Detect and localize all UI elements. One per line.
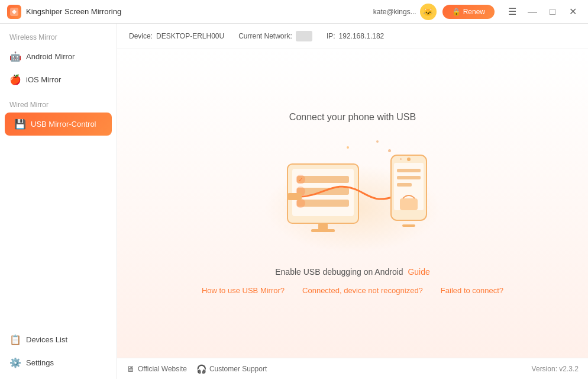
svg-rect-2 [311, 229, 335, 232]
maximize-button[interactable]: □ [544, 4, 561, 20]
dot-3 [400, 158, 402, 160]
content-area: Device: DESKTOP-ERLH00U Current Network:… [117, 24, 588, 379]
renew-button[interactable]: 🔒 Renew [442, 5, 495, 19]
customer-support-link[interactable]: 🎧 Customer Support [196, 364, 267, 374]
device-label: Device: [129, 32, 153, 40]
sidebar-item-devices-list[interactable]: 📋 Devices List [0, 328, 117, 351]
svg-rect-12 [287, 193, 302, 200]
settings-icon: ⚙️ [9, 357, 20, 368]
network-label: Current Network: [238, 32, 292, 40]
info-bar: Device: DESKTOP-ERLH00U Current Network:… [117, 24, 588, 49]
user-email: kate@kings... [373, 8, 416, 16]
svg-rect-17 [397, 169, 421, 172]
user-info: kate@kings... 🐱 [373, 4, 437, 20]
footer: 🖥 Official Website 🎧 Customer Support Ve… [117, 358, 588, 379]
avatar: 🐱 [420, 4, 437, 20]
network-icon-img [296, 31, 312, 41]
device-info: Device: DESKTOP-ERLH00U [129, 32, 224, 40]
svg-rect-18 [397, 176, 421, 179]
devices-list-label: Devices List [26, 335, 67, 344]
ip-info: IP: 192.168.1.182 [327, 32, 384, 40]
sidebar-item-ios-mirror[interactable]: 🍎 iOS Mirror [0, 68, 117, 91]
app-icon [7, 5, 21, 19]
svg-rect-16 [402, 224, 415, 227]
menu-button[interactable]: ☰ [504, 4, 521, 20]
settings-label: Settings [26, 358, 54, 367]
device-name: DESKTOP-ERLH00U [156, 32, 224, 40]
network-info: Current Network: [238, 31, 312, 41]
window-controls: ☰ — □ ✕ [504, 4, 581, 20]
android-icon: 🤖 [9, 51, 20, 62]
android-mirror-label: Android Mirror [26, 52, 75, 61]
ip-address: 192.168.1.182 [339, 32, 385, 40]
main-layout: Wireless Mirror 🤖 Android Mirror 🍎 iOS M… [0, 24, 588, 379]
footer-left: 🖥 Official Website 🎧 Customer Support [127, 364, 267, 374]
help-links: How to use USB Mirror? Connected, device… [202, 286, 503, 295]
ios-mirror-label: iOS Mirror [26, 75, 61, 84]
dot-2 [376, 140, 379, 143]
phone-svg [388, 152, 429, 229]
minimize-button[interactable]: — [524, 4, 541, 20]
website-icon: 🖥 [127, 364, 135, 374]
official-website-link[interactable]: 🖥 Official Website [127, 364, 187, 374]
sidebar: Wireless Mirror 🤖 Android Mirror 🍎 iOS M… [0, 24, 117, 379]
version-label: Version: v2.3.2 [532, 365, 579, 373]
app-title: Kingshiper Screen Mirroring [26, 7, 373, 16]
sidebar-item-settings[interactable]: ⚙️ Settings [0, 351, 117, 374]
usb-mirror-label: USB Mirror-Control [31, 120, 96, 129]
titlebar-right: kate@kings... 🐱 🔒 Renew ☰ — □ ✕ [373, 4, 581, 20]
renew-icon: 🔒 [452, 8, 461, 16]
usb-illustration: ✓ [240, 134, 465, 253]
usb-icon: 💾 [14, 118, 25, 130]
sidebar-bottom: 📋 Devices List ⚙️ Settings [0, 328, 117, 379]
svg-rect-19 [397, 183, 412, 187]
apple-icon: 🍎 [9, 74, 20, 85]
dot-1 [388, 149, 391, 152]
support-icon: 🎧 [196, 364, 206, 374]
svg-point-15 [407, 158, 411, 161]
guide-link[interactable]: Guide [408, 267, 429, 277]
device-not-recognized-link[interactable]: Connected, device not recognized? [302, 286, 423, 295]
titlebar: Kingshiper Screen Mirroring kate@kings..… [0, 0, 588, 24]
how-to-use-link[interactable]: How to use USB Mirror? [202, 286, 285, 295]
close-button[interactable]: ✕ [564, 4, 581, 20]
usb-content-area: Connect your phone with USB [117, 49, 588, 358]
svg-rect-20 [400, 198, 418, 210]
debug-text: Enable USB debugging on Android Guide [275, 267, 430, 277]
failed-to-connect-link[interactable]: Failed to connect? [441, 286, 503, 295]
dot-4 [347, 146, 349, 149]
sidebar-item-android-mirror[interactable]: 🤖 Android Mirror [0, 45, 117, 68]
connect-title: Connect your phone with USB [289, 112, 416, 123]
wired-mirror-section-label: Wired Mirror [0, 91, 117, 113]
sidebar-item-usb-mirror[interactable]: 💾 USB Mirror-Control [5, 113, 112, 136]
devices-icon: 📋 [9, 334, 20, 345]
ip-label: IP: [327, 32, 335, 40]
wireless-mirror-section-label: Wireless Mirror [0, 24, 117, 45]
